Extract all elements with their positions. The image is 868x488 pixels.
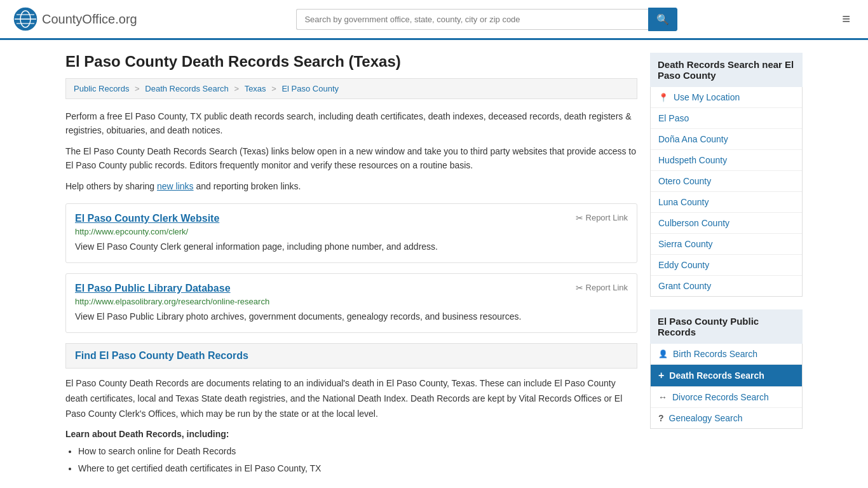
sidebar-item-sierra[interactable]: Sierra County [651,234,802,255]
sidebar-link-grant[interactable]: Grant County [658,281,711,291]
breadcrumb-public-records[interactable]: Public Records [74,84,129,93]
report-link-library-label: Report Link [586,283,628,292]
search-button[interactable]: 🔍 [648,8,677,31]
link-card-library-header: El Paso Public Library Database Report L… [75,283,628,294]
sidebar-link-hudspeth[interactable]: Hudspeth County [658,155,727,165]
link-card-library: El Paso Public Library Database Report L… [65,273,637,333]
sidebar-link-birth-records[interactable]: Birth Records Search [673,349,757,359]
intro-paragraph-2: The El Paso County Death Records Search … [65,144,637,173]
sidebar-link-otero[interactable]: Otero County [658,176,711,186]
birth-icon: 👤 [658,349,668,358]
sidebar-link-sierra[interactable]: Sierra County [658,239,713,249]
sidebar-link-dona-ana[interactable]: Doña Ana County [658,134,728,144]
divorce-icon: ↔ [658,392,667,402]
link-card-library-desc: View El Paso Public Library photo archiv… [75,310,628,323]
learn-item-2: Where to get certified death certificate… [78,461,637,475]
help-suffix: and reporting broken links. [194,181,301,191]
report-link-library[interactable]: Report Link [576,283,628,293]
learn-heading: Learn about Death Records, including: [65,429,637,439]
sidebar-link-death-records[interactable]: Death Records Search [669,370,764,381]
header: CountyOffice.org 🔍 ≡ [0,0,868,40]
sidebar-public-records-section: El Paso County Public Records 👤 Birth Re… [650,309,803,429]
link-card-clerk: El Paso County Clerk Website Report Link… [65,203,637,263]
breadcrumb-sep-1: > [135,84,142,93]
sidebar-item-birth-records[interactable]: 👤 Birth Records Search [651,344,802,365]
find-section-heading: Find El Paso County Death Records [65,343,637,369]
sidebar-link-divorce-records[interactable]: Divorce Records Search [672,392,769,402]
sidebar-link-luna[interactable]: Luna County [658,197,709,207]
link-card-library-title[interactable]: El Paso Public Library Database [75,283,231,294]
hamburger-icon: ≡ [842,11,850,27]
sidebar-item-eddy[interactable]: Eddy County [651,255,802,276]
breadcrumb-texas[interactable]: Texas [245,84,266,93]
sidebar-link-use-my-location[interactable]: Use My Location [674,92,740,102]
learn-item-1: How to search online for Death Records [78,444,637,458]
learn-list: How to search online for Death Records W… [65,444,637,475]
logo-area[interactable]: CountyOffice.org [13,6,137,32]
sidebar-item-death-records[interactable]: + Death Records Search [651,365,802,387]
logo-text: CountyOffice.org [42,12,137,27]
link-card-clerk-header: El Paso County Clerk Website Report Link [75,213,628,224]
page-title: El Paso County Death Records Search (Tex… [65,53,637,71]
scissors-icon-2 [576,283,583,293]
breadcrumb-el-paso-county[interactable]: El Paso County [281,84,339,93]
sidebar-link-eddy[interactable]: Eddy County [658,260,709,270]
sidebar-public-records-list: 👤 Birth Records Search + Death Records S… [650,344,803,429]
search-icon: 🔍 [656,14,669,25]
sidebar-item-hudspeth[interactable]: Hudspeth County [651,150,802,171]
intro-paragraph-1: Perform a free El Paso County, TX public… [65,109,637,138]
sidebar-link-el-paso[interactable]: El Paso [658,113,689,123]
sidebar-item-genealogy[interactable]: ? Genealogy Search [651,408,802,428]
sidebar-item-grant[interactable]: Grant County [651,276,802,296]
location-icon [658,92,668,102]
sidebar-item-el-paso[interactable]: El Paso [651,108,802,129]
help-prefix: Help others by sharing [65,181,157,191]
link-card-clerk-desc: View El Paso County Clerk general inform… [75,240,628,254]
search-area: 🔍 [296,8,677,31]
report-link-clerk-label: Report Link [586,213,628,222]
breadcrumb-death-records[interactable]: Death Records Search [145,84,229,93]
sidebar: Death Records Search near El Paso County… [650,53,803,478]
sidebar-nearby-list: Use My Location El Paso Doña Ana County … [650,87,803,297]
search-input[interactable] [296,9,648,30]
sidebar-nearby-heading: Death Records Search near El Paso County [650,53,803,87]
link-card-clerk-url: http://www.epcounty.com/clerk/ [75,227,628,236]
find-section-text: El Paso County Death Records are documen… [65,376,637,421]
sidebar-item-dona-ana[interactable]: Doña Ana County [651,129,802,150]
death-plus-icon: + [658,370,664,381]
sidebar-link-culberson[interactable]: Culberson County [658,218,729,228]
content-area: El Paso County Death Records Search (Tex… [65,53,637,478]
sidebar-link-genealogy[interactable]: Genealogy Search [669,413,743,423]
sidebar-item-divorce-records[interactable]: ↔ Divorce Records Search [651,387,802,408]
logo-brand: CountyOffice [42,12,115,26]
scissors-icon [576,213,583,223]
sidebar-item-luna[interactable]: Luna County [651,192,802,213]
new-links-link[interactable]: new links [157,181,194,191]
breadcrumb-sep-2: > [234,84,241,93]
link-card-library-url: http://www.elpasolibrary.org/research/on… [75,297,628,306]
link-card-clerk-title[interactable]: El Paso County Clerk Website [75,213,219,224]
logo-icon [13,6,38,32]
breadcrumb: Public Records > Death Records Search > … [65,78,637,99]
main-container: El Paso County Death Records Search (Tex… [53,40,815,488]
sidebar-item-culberson[interactable]: Culberson County [651,213,802,234]
sidebar-item-otero[interactable]: Otero County [651,171,802,192]
genealogy-icon: ? [658,413,664,423]
sidebar-public-records-heading: El Paso County Public Records [650,309,803,344]
sidebar-item-use-my-location[interactable]: Use My Location [651,87,802,108]
sidebar-nearby-section: Death Records Search near El Paso County… [650,53,803,297]
menu-button[interactable]: ≡ [837,8,855,30]
breadcrumb-sep-3: > [271,84,278,93]
logo-suffix: .org [115,12,137,26]
report-link-clerk[interactable]: Report Link [576,213,628,223]
help-text: Help others by sharing new links and rep… [65,179,637,193]
